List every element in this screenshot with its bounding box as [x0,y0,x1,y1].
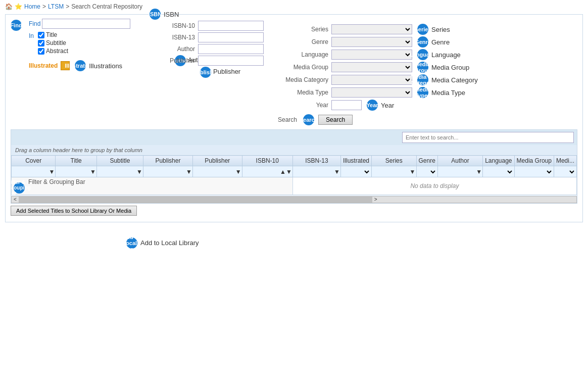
filter-isbn10[interactable] [243,167,280,176]
genre-label: Genre [278,38,328,45]
isbn13-label: ISBN-13 [150,34,195,41]
annotation-badge-8: Language [417,49,428,60]
checkbox-subtitle[interactable]: Subtitle [38,39,68,46]
grid-search-input[interactable] [402,132,574,143]
breadcrumb-ltsm[interactable]: LTSM [48,3,64,10]
filter-title[interactable] [56,167,90,176]
annotation-badge-1: Find [11,20,22,31]
media-type-select[interactable] [331,87,412,98]
add-local-library-label: Add to Local Library [140,239,199,247]
year-input[interactable] [331,100,362,110]
col-subtitle: Subtitle [96,156,143,166]
annotation-badge-7: Genre [417,36,428,48]
year-annotation: Year [381,102,394,109]
filter-grouping-row: Filter & Grouping Bar Filter & Grouping … [12,177,577,195]
col-medi: Medi... [554,156,576,166]
col-media-group: Media Group [514,156,554,166]
annotation-badge-12: Year [367,100,378,111]
search-panel: Find Find In Title Subtitle [5,14,583,222]
annotation-badge-5: Illustrations [75,60,86,71]
annotation-badge-6: Series [417,24,428,35]
filter-author[interactable] [438,167,476,176]
publisher-label: Publisher [150,57,195,64]
filter-illustrated[interactable] [341,167,371,176]
filter-series[interactable] [372,167,410,176]
publisher-input[interactable] [198,56,264,66]
checkbox-abstract[interactable]: Abstract [38,48,68,55]
col-language: Language [483,156,514,166]
add-to-library-button[interactable]: Add Selected Titles to School Library Or… [11,206,137,216]
find-input[interactable] [42,19,130,29]
horizontal-scrollbar[interactable]: < > [11,196,577,203]
author-label: Author [150,45,195,53]
col-publisher2: Publisher [192,156,242,166]
scroll-thumb[interactable] [19,197,372,203]
filter-row: ▼ ▼ ▼ ▼ ▼ ▲▼ ▼ ▼ ▼ [12,166,577,177]
col-cover: Cover [12,156,56,166]
media-category-label: Media Category [278,76,328,83]
scroll-left-arrow[interactable]: < [12,197,19,202]
scroll-right-arrow[interactable]: > [372,197,379,202]
publisher-annotation: Publisher [213,68,240,75]
isbn10-input[interactable] [198,21,264,31]
annotation-badge-15: Add to Local Library [126,238,137,249]
search-label: Search [278,116,297,123]
checkbox-title[interactable]: Title [38,31,68,38]
illustrations-label: Illustrations [89,62,122,70]
data-grid: Drag a column header here to group by th… [11,129,577,204]
isbn10-label: ISBN-10 [150,22,195,29]
no-data-cell: No data to display [292,177,576,195]
col-genre: Genre [416,156,437,166]
filter-pub1[interactable] [144,167,186,176]
col-series: Series [372,156,417,166]
filter-medi[interactable] [555,167,576,176]
filter-isbn13[interactable] [293,167,334,176]
isbn13-input[interactable] [198,32,264,42]
in-label: In [29,32,34,39]
annotation-badge-11: Media Type [417,87,428,98]
language-select[interactable] [331,50,412,60]
annotation-badge-10: Media Category [417,74,428,85]
col-illustrated: Illustrated [340,156,371,166]
home-icon: 🏠 [5,3,13,10]
language-label: Language [278,51,328,58]
col-publisher1: Publisher [143,156,192,166]
annotation-badge-4: Publisher [200,67,211,78]
series-select[interactable] [331,24,412,34]
filter-cover[interactable] [12,167,48,176]
filter-subtitle[interactable] [97,167,136,176]
isbn-annotation-label: ISBN [164,11,179,18]
footer-row: Add Selected Titles to School Library Or… [11,204,577,218]
filter-media-group[interactable] [515,167,553,176]
find-label: Find [29,20,39,27]
col-title: Title [56,156,97,166]
search-checkboxes: Title Subtitle Abstract [38,31,68,55]
star-icon: ⭐ [15,3,22,10]
filter-grouping-label: Filter & Grouping Bar [28,178,85,185]
media-group-select[interactable] [331,62,412,72]
media-category-select[interactable] [331,75,412,85]
filter-language[interactable] [483,167,513,176]
annotation-badge-14: Filter & Grouping Bar [14,182,25,194]
illustrated-label: Illustrated [29,62,58,69]
breadcrumb-current: Search Central Repository [71,3,142,10]
media-category-annotation: Media Category [431,76,478,84]
author-input[interactable] [198,44,264,54]
media-group-label: Media Group [278,64,328,71]
annotation-badge-13: Search [303,114,314,125]
filter-pub2[interactable] [193,167,235,176]
genre-select[interactable] [331,37,412,47]
media-type-annotation: Media Type [431,89,465,97]
annotation-badge-2: ISBN [150,9,161,20]
filter-genre[interactable] [417,167,437,176]
drag-hint: Drag a column header here to group by th… [11,145,577,155]
data-table: Cover Title Subtitle Publisher Publisher… [11,155,577,195]
breadcrumb-home[interactable]: Home [24,3,40,10]
media-group-annotation: Media Group [431,64,469,71]
annotation-badge-9: Media Group [417,62,428,73]
genre-annotation: Genre [431,38,450,46]
grid-search-bar [11,130,577,145]
search-button[interactable]: Search [318,115,353,125]
year-label: Year [278,102,328,109]
media-type-label: Media Type [278,89,328,96]
